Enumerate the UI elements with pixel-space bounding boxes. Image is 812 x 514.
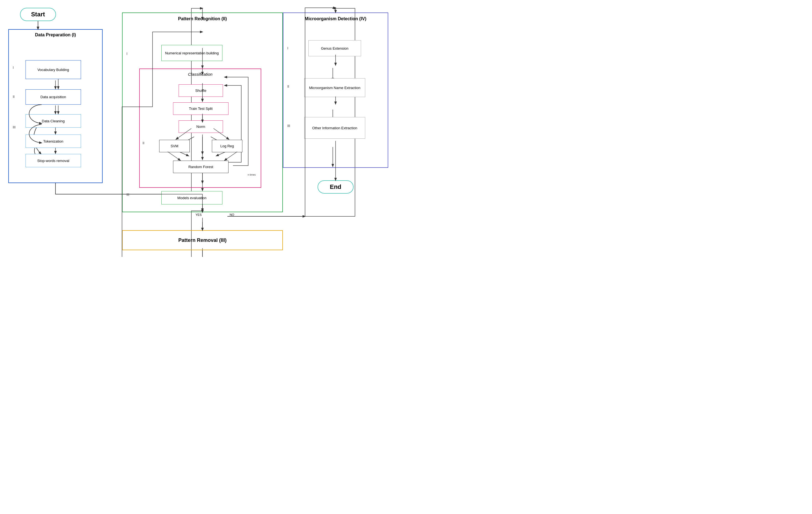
other-info-label: Other Information Extraction: [312, 126, 357, 130]
data-acquisition-box: Data acquisition: [26, 89, 81, 105]
models-eval-box: Models evaluation: [162, 191, 223, 204]
log-reg-label: Log Reg: [220, 144, 234, 148]
random-forest-label: Random Forest: [188, 165, 213, 169]
section1-title: Data Preparation (I): [13, 32, 97, 37]
diagram: Start Data Preparation (I) I Vocabulary …: [0, 0, 406, 257]
other-info-box: Other Information Extraction: [304, 117, 365, 139]
section2-box: Pattern Recognition (II) I Numerical rep…: [122, 12, 283, 212]
num-rep-label: Numerical representation building: [165, 51, 219, 55]
vocab-building-label: Vocabulary Building: [37, 68, 69, 72]
data-acquisition-label: Data acquisition: [40, 95, 66, 99]
norm-label: Norm: [196, 124, 205, 129]
stop-words-label: Stop-words removal: [37, 159, 69, 163]
data-cleaning-label: Data Cleaning: [42, 119, 65, 123]
end-label: End: [330, 183, 341, 191]
roman-II-2: II: [143, 141, 144, 145]
start-node: Start: [20, 8, 56, 21]
section3-box: Pattern Removal (III): [122, 230, 283, 250]
data-cleaning-box: Data Cleaning: [26, 114, 81, 127]
num-rep-box: Numerical representation building: [162, 45, 223, 61]
section2-title: Pattern Recognition (II): [130, 17, 274, 21]
roman-II-4: II: [287, 85, 289, 88]
stop-words-box: Stop-words removal: [26, 154, 81, 167]
roman-I-4: I: [287, 46, 288, 50]
section3-title: Pattern Removal (III): [130, 237, 274, 243]
classification-title: Classification: [146, 72, 255, 77]
end-node: End: [318, 180, 354, 194]
models-eval-label: Models evaluation: [177, 196, 207, 200]
classification-box: Classification II Shuffle Train Test Spl…: [139, 68, 261, 188]
roman-I-1: I: [13, 66, 13, 69]
roman-III-4: III: [287, 124, 290, 128]
section1-box: Data Preparation (I) I Vocabulary Buildi…: [8, 29, 103, 183]
section4-box: Microorganism Detection (IV) I Genus Ext…: [283, 12, 388, 168]
vocab-building-box: Vocabulary Building: [26, 60, 81, 79]
svm-label: SVM: [171, 144, 178, 148]
yes-label: YES: [196, 213, 202, 217]
section4-title: Microorganism Detection (IV): [289, 17, 382, 21]
genus-ext-label: Genus Extension: [321, 46, 348, 51]
micro-name-box: Microorganism Name Extraction: [304, 78, 365, 97]
start-label: Start: [31, 11, 45, 18]
no-label: NO: [230, 213, 234, 217]
tokenization-box: Tokenization: [26, 135, 81, 148]
genus-ext-box: Genus Extension: [309, 40, 361, 56]
roman-III-2: III: [126, 193, 129, 197]
tokenization-label: Tokenization: [43, 139, 63, 143]
micro-name-label: Microorganism Name Extraction: [309, 86, 360, 90]
n-times-label: n times: [248, 173, 256, 176]
svm-box: SVM: [159, 140, 190, 152]
shuffle-label: Shuffle: [195, 88, 206, 93]
roman-III-1: III: [13, 125, 16, 129]
log-reg-box: Log Reg: [212, 140, 242, 152]
roman-II-1: II: [13, 95, 15, 99]
train-test-split-box: Train Test Split: [173, 102, 229, 115]
roman-I-2: I: [126, 52, 127, 56]
random-forest-box: Random Forest: [173, 161, 229, 173]
train-test-split-label: Train Test Split: [189, 107, 212, 111]
norm-box: Norm: [179, 120, 223, 133]
shuffle-box: Shuffle: [179, 84, 223, 97]
